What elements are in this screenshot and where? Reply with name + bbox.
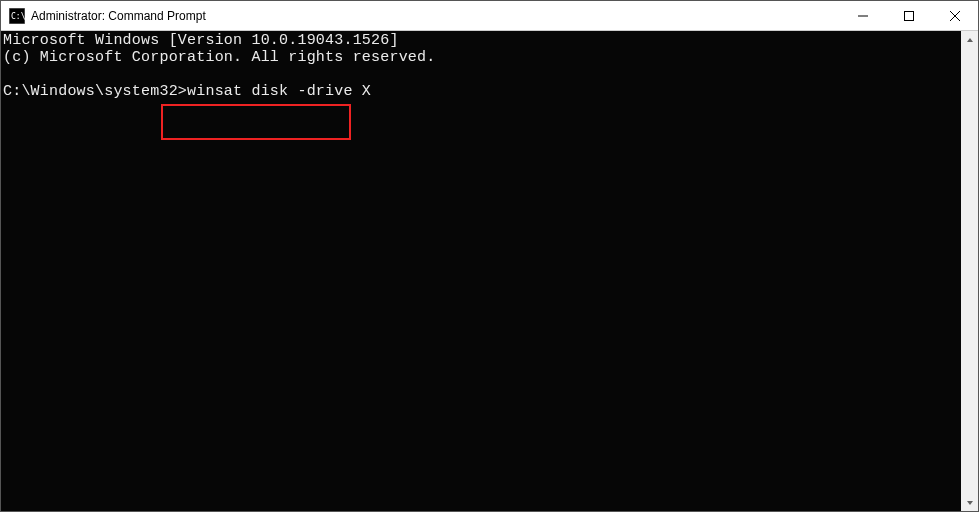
- scroll-up-button[interactable]: [961, 31, 978, 48]
- svg-rect-3: [905, 11, 914, 20]
- window-controls: [840, 1, 978, 30]
- version-line: Microsoft Windows [Version 10.0.19043.15…: [3, 32, 961, 49]
- svg-marker-7: [967, 501, 973, 505]
- copyright-line: (c) Microsoft Corporation. All rights re…: [3, 49, 961, 66]
- titlebar-left: C:\ Administrator: Command Prompt: [1, 8, 206, 24]
- maximize-button[interactable]: [886, 1, 932, 30]
- close-button[interactable]: [932, 1, 978, 30]
- titlebar[interactable]: C:\ Administrator: Command Prompt: [1, 1, 978, 31]
- terminal[interactable]: Microsoft Windows [Version 10.0.19043.15…: [1, 31, 961, 511]
- prompt-line: C:\Windows\system32>winsat disk -drive X: [3, 83, 961, 100]
- window-title: Administrator: Command Prompt: [31, 9, 206, 23]
- scroll-down-button[interactable]: [961, 494, 978, 511]
- vertical-scrollbar[interactable]: [961, 31, 978, 511]
- prompt-path: C:\Windows\system32>: [3, 83, 187, 100]
- cmd-icon: C:\: [9, 8, 25, 24]
- svg-text:C:\: C:\: [11, 12, 25, 21]
- minimize-button[interactable]: [840, 1, 886, 30]
- svg-marker-6: [967, 38, 973, 42]
- cmd-window: C:\ Administrator: Command Prompt Micros…: [0, 0, 979, 512]
- typed-command: winsat disk -drive X: [187, 83, 371, 100]
- terminal-area: Microsoft Windows [Version 10.0.19043.15…: [1, 31, 978, 511]
